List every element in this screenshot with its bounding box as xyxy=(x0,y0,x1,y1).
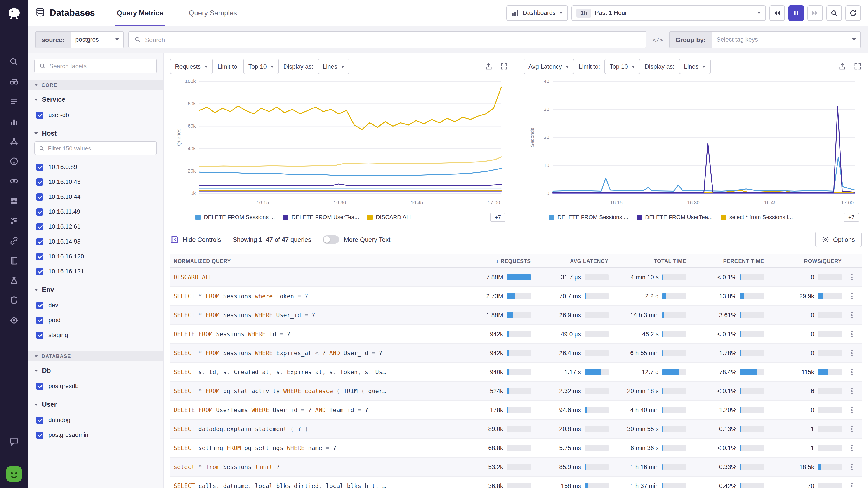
integrations-icon[interactable] xyxy=(9,196,19,206)
facet-search-input[interactable] xyxy=(49,63,152,69)
options-button[interactable]: Options xyxy=(815,232,862,247)
table-row[interactable]: SELECT * FROM Sessions where Token = ?2.… xyxy=(170,287,862,306)
legend-item[interactable]: DELETE FROM Sessions ... xyxy=(195,214,275,221)
facet-section-core[interactable]: CORE xyxy=(28,79,163,90)
facet-checkbox-staging[interactable]: staging xyxy=(34,328,157,343)
fullscreen-icon[interactable] xyxy=(500,62,508,70)
facet-group-header[interactable]: Env xyxy=(34,286,157,293)
skip-back-button[interactable] xyxy=(770,5,785,21)
search-input[interactable] xyxy=(145,36,640,43)
facet-filter-input[interactable] xyxy=(48,145,152,152)
search-button[interactable] xyxy=(827,5,842,21)
dashboards-menu[interactable]: Dashboards xyxy=(506,5,568,21)
facet-checkbox-user-db[interactable]: user-db xyxy=(34,107,157,123)
row-menu-button[interactable] xyxy=(842,315,862,316)
facet-checkbox-10.16.0.89[interactable]: 10.16.0.89 xyxy=(34,160,157,174)
settings-icon[interactable] xyxy=(9,315,19,325)
table-row[interactable]: DISCARD ALL7.88M31.7 µs4 min 10 s< 0.1%0 xyxy=(170,268,862,287)
search-icon[interactable] xyxy=(9,57,19,67)
notebooks-icon[interactable] xyxy=(9,256,19,266)
tab-query-samples[interactable]: Query Samples xyxy=(187,0,239,26)
facet-checkbox-10.16.11.49[interactable]: 10.16.11.49 xyxy=(34,204,157,219)
requests-metric-select[interactable]: Requests xyxy=(170,59,213,74)
row-menu-button[interactable] xyxy=(842,466,862,468)
apm-services-icon[interactable] xyxy=(9,136,19,147)
facet-checkbox-postgresadmin[interactable]: postgresadmin xyxy=(34,427,157,442)
latency-metric-select[interactable]: Avg Latency xyxy=(524,59,574,74)
legend-item[interactable]: DELETE FROM Sessions ... xyxy=(549,214,628,221)
col-requests[interactable]: ↓REQUESTS xyxy=(453,258,531,264)
facet-checkbox-dev[interactable]: dev xyxy=(34,298,157,313)
table-row[interactable]: SELECT datadog.explain_statement ( ? )89… xyxy=(170,420,862,439)
col-avg-latency[interactable]: AVG LATENCY xyxy=(531,258,609,264)
limit-select[interactable]: Top 10 xyxy=(604,59,640,74)
help-chat-icon[interactable] xyxy=(9,436,19,447)
row-menu-button[interactable] xyxy=(842,295,862,297)
tab-query-metrics[interactable]: Query Metrics xyxy=(115,0,165,26)
facet-checkbox-10.16.12.61[interactable]: 10.16.12.61 xyxy=(34,219,157,234)
facet-checkbox-10.16.10.43[interactable]: 10.16.10.43 xyxy=(34,174,157,189)
metrics-icon[interactable] xyxy=(9,117,19,127)
export-icon[interactable] xyxy=(485,62,493,70)
legend-item[interactable]: DELETE FROM UserTea... xyxy=(283,214,359,221)
facet-group-header[interactable]: Service xyxy=(34,96,157,103)
table-row[interactable]: SELECT * FROM Sessions WHERE Expires_at … xyxy=(170,344,862,363)
row-menu-button[interactable] xyxy=(842,390,862,392)
legend-more-button[interactable]: +7 xyxy=(490,213,505,222)
watchdog-icon[interactable] xyxy=(9,77,19,87)
table-row[interactable]: select * from Sessions limit ?53.2k85.9 … xyxy=(170,458,862,477)
labs-icon[interactable] xyxy=(9,275,19,286)
legend-item[interactable]: DELETE FROM UserTea... xyxy=(637,214,713,221)
facet-checkbox-10.16.10.44[interactable]: 10.16.10.44 xyxy=(34,189,157,204)
fullscreen-icon[interactable] xyxy=(854,62,862,70)
facet-group-header[interactable]: Host xyxy=(34,130,157,137)
legend-item[interactable]: DISCARD ALL xyxy=(367,214,413,221)
service-links-icon[interactable] xyxy=(9,236,19,246)
table-row[interactable]: SELECT * FROM pg_stat_activity WHERE coa… xyxy=(170,382,862,401)
legend-item[interactable]: select * from Sessions l... xyxy=(721,214,793,221)
col-percent-time[interactable]: PERCENT TIME xyxy=(686,258,764,264)
facet-group-header[interactable]: Db xyxy=(34,367,157,374)
row-menu-button[interactable] xyxy=(842,371,862,373)
row-menu-button[interactable] xyxy=(842,428,862,430)
source-select[interactable]: postgres xyxy=(70,31,124,48)
hide-controls-button[interactable]: Hide Controls xyxy=(170,235,221,244)
legend-more-button[interactable]: +7 xyxy=(844,213,859,222)
refresh-button[interactable] xyxy=(845,5,861,21)
pause-button[interactable] xyxy=(788,5,804,21)
col-normalized-query[interactable]: NORMALIZED QUERY xyxy=(170,258,453,264)
latency-chart[interactable]: 01020304016:1516:3016:4517:00Seconds xyxy=(524,76,862,212)
skip-forward-button[interactable] xyxy=(807,5,823,21)
facet-checkbox-10.16.16.120[interactable]: 10.16.16.120 xyxy=(34,249,157,264)
table-row[interactable]: SELECT setting FROM pg_settings WHERE na… xyxy=(170,439,862,458)
facet-checkbox-postgresdb[interactable]: postgresdb xyxy=(34,379,157,394)
display-select[interactable]: Lines xyxy=(679,59,711,74)
export-icon[interactable] xyxy=(838,62,846,70)
group-by-select[interactable]: Select tag keys xyxy=(712,31,861,48)
row-menu-button[interactable] xyxy=(842,276,862,278)
facet-checkbox-prod[interactable]: prod xyxy=(34,313,157,328)
row-menu-button[interactable] xyxy=(842,447,862,449)
more-query-text-toggle[interactable] xyxy=(323,235,339,243)
time-range-select[interactable]: 1h Past 1 Hour xyxy=(571,5,766,21)
row-menu-button[interactable] xyxy=(842,410,862,411)
requests-chart[interactable]: 0k20k40k60k80k100k16:1516:3016:4517:00Qu… xyxy=(170,76,508,212)
table-row[interactable]: DELETE FROM Sessions WHERE Id = ?942k49.… xyxy=(170,325,862,344)
error-tracking-icon[interactable] xyxy=(9,156,19,166)
facet-checkbox-10.16.14.93[interactable]: 10.16.14.93 xyxy=(34,234,157,249)
table-row[interactable]: DELETE FROM UserTeams WHERE User_id = ? … xyxy=(170,401,862,420)
log-list-icon[interactable] xyxy=(9,97,19,107)
facet-checkbox-datadog[interactable]: datadog xyxy=(34,413,157,427)
col-rows-query[interactable]: ROWS/QUERY xyxy=(764,258,842,264)
table-row[interactable]: SELECT * FROM Sessions WHERE User_id = ?… xyxy=(170,306,862,325)
table-row[interactable]: SELECT calls, datname, local_blks_dirtie… xyxy=(170,477,862,488)
row-menu-button[interactable] xyxy=(842,485,862,487)
row-menu-button[interactable] xyxy=(842,333,862,335)
display-select[interactable]: Lines xyxy=(318,59,350,74)
col-total-time[interactable]: TOTAL TIME xyxy=(609,258,686,264)
mascot-icon[interactable] xyxy=(6,466,22,482)
facet-section-database[interactable]: DATABASE xyxy=(28,351,163,361)
facet-checkbox-10.16.16.121[interactable]: 10.16.16.121 xyxy=(34,264,157,279)
synthetics-icon[interactable] xyxy=(9,176,19,186)
facet-group-header[interactable]: User xyxy=(34,401,157,408)
